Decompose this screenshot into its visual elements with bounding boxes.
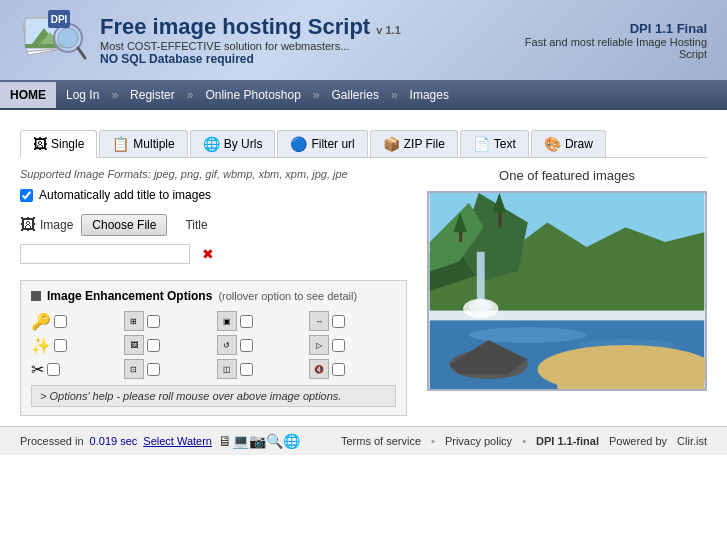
nav-galleries[interactable]: Galleries bbox=[322, 82, 389, 108]
svg-text:DPI: DPI bbox=[51, 14, 68, 25]
footer-privacy[interactable]: Privacy policy bbox=[445, 435, 512, 447]
navbar: HOME Log In » Register » Online Photosho… bbox=[0, 80, 727, 110]
option-star: ✨ bbox=[31, 335, 118, 355]
option-grid6: ▷ bbox=[309, 335, 396, 355]
dpi-title: DPI 1.1 Final bbox=[525, 21, 707, 36]
option-5-checkbox[interactable] bbox=[240, 339, 253, 352]
nav-home[interactable]: HOME bbox=[0, 82, 56, 108]
option-grid9: 🔇 bbox=[309, 359, 396, 379]
tab-filterurl[interactable]: 🔵 Filter url bbox=[277, 130, 367, 157]
square-bullet-icon bbox=[31, 291, 41, 301]
footer-left: Processed in 0.019 sec Select Watern 🖥💻📷… bbox=[20, 433, 300, 449]
option-scissors: ✂ bbox=[31, 359, 118, 379]
upload-tabs: 🖼 Single 📋 Multiple 🌐 By Urls 🔵 Filter u… bbox=[20, 130, 707, 158]
zip-icon: 📦 bbox=[383, 136, 400, 152]
site-title: Free image hosting Script v 1.1 bbox=[100, 14, 401, 40]
nav-photoshop[interactable]: Online Photoshop bbox=[195, 82, 310, 108]
upload-row: 🖼 Image Choose File Title bbox=[20, 214, 407, 236]
auto-title-row: Automatically add title to images bbox=[20, 188, 407, 202]
tab-draw[interactable]: 🎨 Draw bbox=[531, 130, 606, 157]
filename-input[interactable] bbox=[20, 244, 190, 264]
choose-file-button[interactable]: Choose File bbox=[81, 214, 167, 236]
select-watern[interactable]: Select Watern bbox=[143, 435, 212, 447]
form-left: Supported Image Formats: jpeg, png, gif,… bbox=[20, 168, 407, 416]
tab-zip-label: ZIP File bbox=[404, 137, 445, 151]
option-icon-5: ↺ bbox=[217, 335, 237, 355]
footer-dpi: DPI 1.1-final bbox=[536, 435, 599, 447]
enhancement-header: Image Enhancement Options (rollover opti… bbox=[31, 289, 396, 303]
option-9-checkbox[interactable] bbox=[332, 363, 345, 376]
option-grid2: ▣ bbox=[217, 311, 304, 331]
tab-byurls[interactable]: 🌐 By Urls bbox=[190, 130, 276, 157]
taskbar-icons: 🖥💻📷🔍🌐 bbox=[218, 433, 300, 449]
header: DPI Free image hosting Script v 1.1 Most… bbox=[0, 0, 727, 80]
option-4-checkbox[interactable] bbox=[147, 339, 160, 352]
form-right: One of featured images bbox=[427, 168, 707, 416]
option-icon-7: ⊡ bbox=[124, 359, 144, 379]
filterurl-icon: 🔵 bbox=[290, 136, 307, 152]
header-right: DPI 1.1 Final Fast and most reliable Ima… bbox=[525, 21, 707, 60]
scissors-icon: ✂ bbox=[31, 360, 44, 379]
header-left: DPI Free image hosting Script v 1.1 Most… bbox=[20, 10, 401, 70]
featured-title: One of featured images bbox=[427, 168, 707, 183]
star-icon: ✨ bbox=[31, 336, 51, 355]
tab-filterurl-label: Filter url bbox=[311, 137, 354, 151]
svg-rect-19 bbox=[477, 252, 485, 306]
key-icon: 🔑 bbox=[31, 312, 51, 331]
enhancement-title: Image Enhancement Options bbox=[47, 289, 212, 303]
option-6-checkbox[interactable] bbox=[332, 339, 345, 352]
nav-sep-2: » bbox=[185, 88, 196, 102]
tab-text[interactable]: 📄 Text bbox=[460, 130, 529, 157]
auto-title-checkbox[interactable] bbox=[20, 189, 33, 202]
option-grid5: ↺ bbox=[217, 335, 304, 355]
dpi-sub2: Script bbox=[525, 48, 707, 60]
tab-draw-label: Draw bbox=[565, 137, 593, 151]
option-icon-8: ◫ bbox=[217, 359, 237, 379]
option-key-checkbox[interactable] bbox=[54, 315, 67, 328]
processed-label: Processed in bbox=[20, 435, 84, 447]
delete-icon[interactable]: ✖ bbox=[202, 246, 214, 262]
option-3-checkbox[interactable] bbox=[332, 315, 345, 328]
nav-login[interactable]: Log In bbox=[56, 82, 109, 108]
tab-multiple[interactable]: 📋 Multiple bbox=[99, 130, 187, 157]
option-grid1: ⊞ bbox=[124, 311, 211, 331]
nav-images[interactable]: Images bbox=[400, 82, 459, 108]
option-grid4: 🖼 bbox=[124, 335, 211, 355]
nav-sep-1: » bbox=[109, 88, 120, 102]
svg-point-7 bbox=[58, 28, 78, 48]
option-7-checkbox[interactable] bbox=[147, 363, 160, 376]
main-content: 🖼 Single 📋 Multiple 🌐 By Urls 🔵 Filter u… bbox=[0, 110, 727, 426]
subtitle-text: Most COST-EFFECTIVE solution for webmast… bbox=[100, 40, 401, 52]
svg-line-8 bbox=[78, 48, 85, 58]
option-star-checkbox[interactable] bbox=[54, 339, 67, 352]
option-1-checkbox[interactable] bbox=[147, 315, 160, 328]
options-help-text: > Options' help - please roll mouse over… bbox=[31, 385, 396, 407]
single-icon: 🖼 bbox=[33, 136, 47, 152]
footer-sep-1: • bbox=[431, 435, 435, 447]
image-icon: 🖼 bbox=[20, 216, 36, 234]
dpi-sub1: Fast and most reliable Image Hosting bbox=[525, 36, 707, 48]
footer-clir[interactable]: Clir.ist bbox=[677, 435, 707, 447]
nav-register[interactable]: Register bbox=[120, 82, 185, 108]
draw-icon: 🎨 bbox=[544, 136, 561, 152]
svg-point-29 bbox=[463, 299, 498, 319]
logo-title: Free image hosting Script v 1.1 Most COS… bbox=[100, 14, 401, 66]
footer-terms[interactable]: Terms of service bbox=[341, 435, 421, 447]
text-icon: 📄 bbox=[473, 136, 490, 152]
enhancement-section: Image Enhancement Options (rollover opti… bbox=[20, 280, 407, 416]
nav-sep-4: » bbox=[389, 88, 400, 102]
image-label: 🖼 Image bbox=[20, 216, 73, 234]
option-scissors-checkbox[interactable] bbox=[47, 363, 60, 376]
svg-point-17 bbox=[469, 327, 587, 343]
featured-image bbox=[427, 191, 707, 391]
option-icon-1: ⊞ bbox=[124, 311, 144, 331]
option-icon-6: ▷ bbox=[309, 335, 329, 355]
option-8-checkbox[interactable] bbox=[240, 363, 253, 376]
title-text: Free image hosting Script bbox=[100, 14, 370, 39]
auto-title-label: Automatically add title to images bbox=[39, 188, 211, 202]
tab-single[interactable]: 🖼 Single bbox=[20, 130, 97, 158]
option-2-checkbox[interactable] bbox=[240, 315, 253, 328]
title-label: Title bbox=[185, 218, 207, 232]
tab-zip[interactable]: 📦 ZIP File bbox=[370, 130, 458, 157]
option-grid8: ◫ bbox=[217, 359, 304, 379]
